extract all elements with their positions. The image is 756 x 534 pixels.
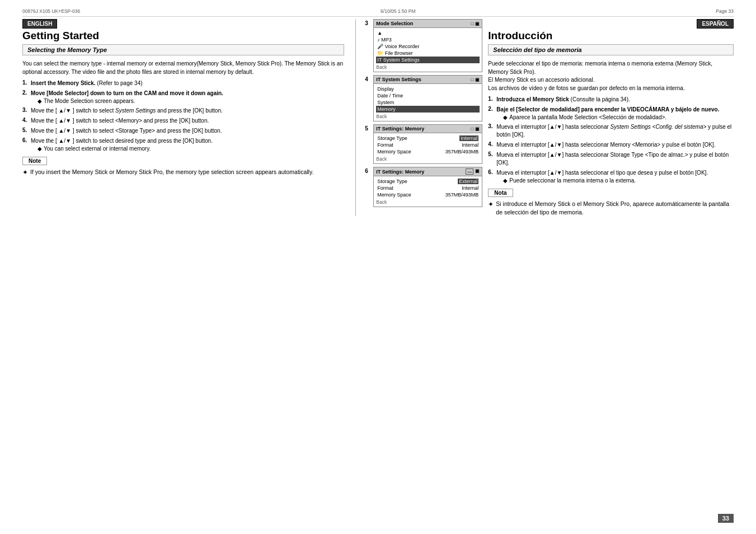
- right-panel: 3 Mode Selection □ ▣ ▲ ♪: [355, 19, 734, 216]
- mem6-back: Back: [376, 199, 480, 205]
- right-step-3: 3. Mueva el interruptor [▲/▼] hasta sele…: [488, 123, 734, 139]
- sys-system: System: [376, 99, 480, 106]
- right-step-2: 2. Baje el [Selector de modalidad] para …: [488, 106, 734, 121]
- screen3-icon2: ▣: [475, 21, 480, 26]
- mode-file: 📁 File Browser: [376, 50, 480, 57]
- right-step-4: 4. Mueva el interruptor [▲/▼] hasta sele…: [488, 141, 734, 149]
- screen6-icon1: —: [466, 168, 473, 175]
- sys-memory: Memory: [376, 106, 480, 113]
- left-note-label: Note: [22, 157, 47, 165]
- left-lang-row: ENGLISH: [22, 19, 344, 29]
- document-meta: 00876J X105 UK+ESP-036 6/10/05 1:50 PM P…: [22, 8, 734, 14]
- mem6-space: Memory Space 357MB/493MB: [376, 191, 480, 198]
- right-steps: 1. Introduzca el Memory Stick (Consulte …: [488, 96, 734, 184]
- right-content: 3 Mode Selection □ ▣ ▲ ♪: [365, 19, 734, 216]
- left-step-5: 5. Move the [ ▲/▼ ] switch to select <St…: [22, 127, 344, 135]
- mode-voice: 🎤 Voice Recorder: [376, 43, 480, 50]
- doc-code: 00876J X105 UK+ESP-036: [22, 8, 80, 14]
- sys-back: Back: [376, 114, 480, 119]
- left-step-1: 1. Insert the Memory Stick. (Refer to pa…: [22, 79, 344, 87]
- mem5-back: Back: [376, 156, 480, 162]
- mem5-space: Memory Space 357MB/493MB: [376, 148, 480, 155]
- right-step-1: 1. Introduzca el Memory Stick (Consulte …: [488, 96, 734, 104]
- screenshots-column: 3 Mode Selection □ ▣ ▲ ♪: [365, 19, 482, 216]
- mem5-format: Format Internal: [376, 142, 480, 148]
- right-text-column: ESPAÑOL Introducción Selección del tipo …: [488, 19, 734, 216]
- sys-datetime: Date / Time: [376, 92, 480, 99]
- screen-row-5: 5 IT Settings: Memory □ ▣: [365, 124, 482, 164]
- screen-3: Mode Selection □ ▣ ▲ ♪ MP3 🎤 Voice Recor…: [373, 19, 482, 72]
- mode-arrow-up: ▲: [376, 30, 480, 36]
- screen-row-4: 4 IT System Settings □ ▣ Display: [365, 75, 482, 121]
- left-step-3: 3. Move the [ ▲/▼ ] switch to select Sys…: [22, 107, 344, 115]
- right-intro-text: Puede seleccionar el tipo de memoria: me…: [488, 60, 734, 92]
- left-subsection-title: Selecting the Memory Type: [22, 44, 344, 55]
- screen-6: IT Settings: Memory — ▣ Storage Type Ext…: [373, 167, 482, 207]
- screen-5: IT Settings: Memory □ ▣ Storage Type Int…: [373, 124, 482, 164]
- screen4-icon2: ▣: [475, 77, 480, 82]
- screen4-icon1: □: [471, 77, 474, 82]
- left-steps: 1. Insert the Memory Stick. (Refer to pa…: [22, 79, 344, 152]
- page-container: 00876J X105 UK+ESP-036 6/10/05 1:50 PM P…: [0, 0, 756, 534]
- left-note-item: ✦ If you insert the Memory Stick or Memo…: [22, 168, 344, 177]
- mode-mp3: ♪ MP3: [376, 36, 480, 43]
- mem5-storage: Storage Type Internal: [376, 135, 480, 142]
- mode-system: IT System Settings: [376, 57, 480, 63]
- right-step-5: 5. Mueva el interruptor [▲/▼] hasta sele…: [488, 151, 734, 167]
- right-note-label: Nota: [488, 189, 513, 197]
- right-note-item: ✦ Si introduce el Memory Stick o el Memo…: [488, 200, 734, 216]
- english-badge: ENGLISH: [22, 19, 57, 29]
- left-note-text: If you insert the Memory Stick or Memory…: [30, 168, 313, 177]
- screen3-icon1: □: [471, 21, 474, 26]
- screen5-icon1: □: [471, 127, 474, 132]
- left-section-title: Getting Started: [22, 30, 344, 42]
- right-subsection-title: Selección del tipo de memoria: [488, 44, 734, 55]
- left-step-2: 2. Move [Mode Selector] down to turn on …: [22, 90, 344, 105]
- main-content: ENGLISH Getting Started Selecting the Me…: [22, 19, 734, 216]
- right-note-text: Si introduce el Memory Stick o el Memory…: [496, 200, 734, 216]
- right-step-6: 6. Mueva el interruptor [▲/▼] hasta sele…: [488, 169, 734, 184]
- screen-4: IT System Settings □ ▣ Display Date / Ti…: [373, 75, 482, 121]
- sys-display: Display: [376, 86, 480, 92]
- left-step-6: 6. Move the [ ▲/▼ ] switch to select des…: [22, 137, 344, 152]
- left-intro-text: You can select the memory type - interna…: [22, 60, 344, 76]
- mode-back: Back: [376, 64, 480, 70]
- mem6-storage: Storage Type External: [376, 178, 480, 185]
- left-note-section: Note ✦ If you insert the Memory Stick or…: [22, 157, 344, 177]
- spanish-badge: ESPAÑOL: [697, 19, 734, 29]
- left-step-4: 4. Move the [ ▲/▼ ] switch to select <Me…: [22, 117, 344, 125]
- doc-page-label: Page 33: [716, 8, 734, 14]
- screen5-icon2: ▣: [475, 127, 480, 132]
- screen-row-3: 3 Mode Selection □ ▣ ▲ ♪: [365, 19, 482, 72]
- screen-row-6: 6 IT Settings: Memory — ▣: [365, 167, 482, 207]
- screen6-icon2: ▣: [475, 168, 480, 175]
- page-number: 33: [718, 514, 734, 523]
- doc-date: 6/10/05 1:50 PM: [381, 8, 415, 14]
- right-section-title: Introducción: [488, 30, 734, 42]
- mem6-format: Format Internal: [376, 185, 480, 191]
- left-panel: ENGLISH Getting Started Selecting the Me…: [22, 19, 344, 216]
- right-note-section: Nota ✦ Si introduce el Memory Stick o el…: [488, 189, 734, 216]
